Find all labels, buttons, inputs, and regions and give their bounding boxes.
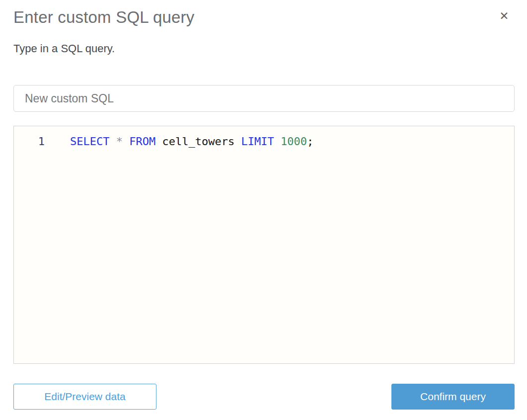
sql-query-text: SELECT * FROM cell_towers LIMIT 1000; [70, 134, 313, 149]
sql-token: SELECT [70, 135, 109, 148]
query-name-input[interactable] [13, 85, 515, 112]
sql-code-editor[interactable]: 1 SELECT * FROM cell_towers LIMIT 1000; [13, 126, 515, 364]
sql-token: cell_towers [162, 135, 234, 148]
custom-sql-dialog: Enter custom SQL query ✕ Type in a SQL q… [0, 0, 527, 420]
confirm-query-button[interactable]: Confirm query [391, 384, 515, 410]
sql-token [274, 135, 281, 148]
dialog-title: Enter custom SQL query [13, 8, 195, 27]
edit-preview-data-button[interactable]: Edit/Preview data [13, 384, 156, 410]
sql-token [155, 135, 162, 148]
sql-token: ; [307, 135, 313, 148]
sql-token: FROM [129, 135, 155, 148]
sql-token [234, 135, 241, 148]
sql-token [109, 135, 116, 148]
sql-token: LIMIT [241, 135, 274, 148]
dialog-subtitle: Type in a SQL query. [13, 42, 115, 55]
sql-token: 1000 [281, 135, 307, 148]
close-icon[interactable]: ✕ [497, 8, 512, 23]
sql-token: * [116, 135, 123, 148]
sql-token [123, 135, 129, 148]
editor-line: 1 SELECT * FROM cell_towers LIMIT 1000; [14, 126, 514, 149]
line-number: 1 [14, 134, 45, 149]
